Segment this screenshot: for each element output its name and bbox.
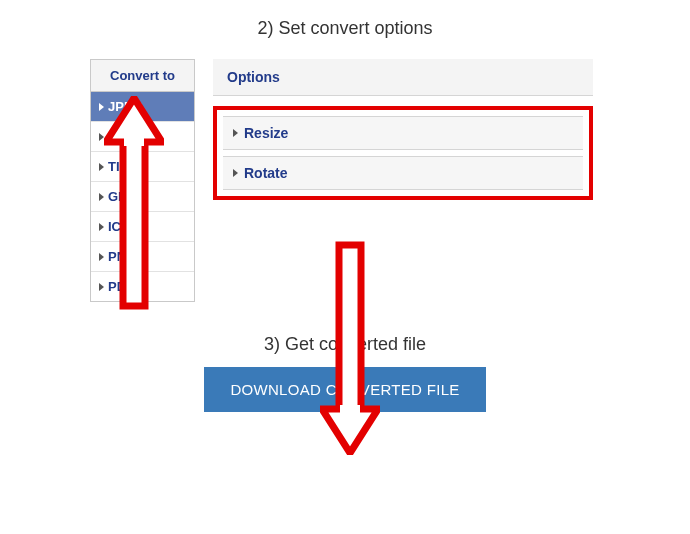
sidebar-item-png[interactable]: PNG xyxy=(91,242,194,272)
option-resize[interactable]: Resize xyxy=(223,116,583,150)
download-button[interactable]: DOWNLOAD CONVERTED FILE xyxy=(204,367,485,412)
sidebar-item-label: PNG xyxy=(108,249,136,264)
sidebar-item-tiff[interactable]: TIFF xyxy=(91,152,194,182)
sidebar-header: Convert to xyxy=(91,60,194,92)
step2-heading: 2) Set convert options xyxy=(0,18,690,39)
sidebar-item-label: JPEG xyxy=(108,99,143,114)
triangle-icon xyxy=(99,103,104,111)
option-label: Rotate xyxy=(244,165,288,181)
sidebar-item-pdf[interactable]: PDF xyxy=(91,272,194,301)
sidebar-item-gif[interactable]: GIF xyxy=(91,182,194,212)
sidebar-item-label: PDF xyxy=(108,279,134,294)
triangle-icon xyxy=(99,253,104,261)
options-highlight-box: Resize Rotate xyxy=(213,106,593,200)
triangle-icon xyxy=(233,169,238,177)
sidebar-item-ico[interactable]: ICO xyxy=(91,212,194,242)
option-label: Resize xyxy=(244,125,288,141)
svg-marker-7 xyxy=(322,409,378,453)
sidebar-item-label: TIFF xyxy=(108,159,135,174)
sidebar-item-bmp[interactable]: BMP xyxy=(91,122,194,152)
options-header: Options xyxy=(213,59,593,96)
sidebar-item-label: ICO xyxy=(108,219,131,234)
triangle-icon xyxy=(99,193,104,201)
step3-heading: 3) Get converted file xyxy=(0,334,690,355)
sidebar-item-jpeg[interactable]: JPEG xyxy=(91,92,194,122)
sidebar-item-label: BMP xyxy=(108,129,137,144)
convert-to-sidebar: Convert to JPEG BMP TIFF GIF ICO PNG PDF xyxy=(90,59,195,302)
option-rotate[interactable]: Rotate xyxy=(223,156,583,190)
triangle-icon xyxy=(99,223,104,231)
triangle-icon xyxy=(99,283,104,291)
triangle-icon xyxy=(233,129,238,137)
triangle-icon xyxy=(99,133,104,141)
options-panel: Options Resize Rotate xyxy=(213,59,593,200)
triangle-icon xyxy=(99,163,104,171)
panels: Convert to JPEG BMP TIFF GIF ICO PNG PDF xyxy=(90,59,690,302)
sidebar-item-label: GIF xyxy=(108,189,130,204)
svg-marker-8 xyxy=(322,409,378,453)
